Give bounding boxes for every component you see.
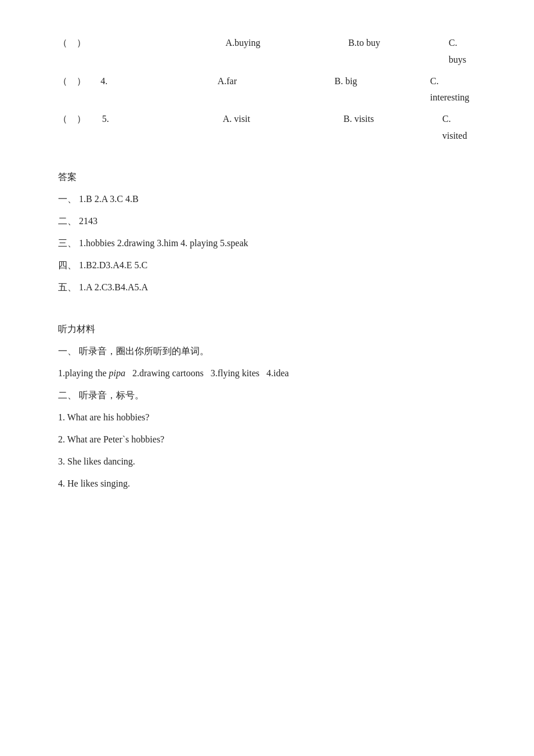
listening-q4-number: 4. [58, 478, 65, 488]
answer-row-2: 二、 2143 [58, 212, 476, 231]
listening-item-1: 一、 听录音，圈出你所听到的单词。 [58, 342, 476, 361]
paren-3: （ ） [58, 35, 103, 52]
q4-option-a-label: A.far [218, 73, 334, 90]
q4-option-b-text: B. big [334, 73, 430, 90]
answer-2-prefix: 二、 [58, 216, 77, 226]
listening-2-prefix: 二、 [58, 390, 77, 400]
listening-words-line: 1.playing the pipa 2.drawing cartoons 3.… [58, 364, 476, 383]
paren-5: （ ） [58, 111, 102, 128]
q5-option-b-text: B. visits [344, 111, 442, 128]
listening-1-prefix: 一、 [58, 346, 77, 356]
listening-q2-number: 2. [58, 434, 65, 444]
answers-section: 答案 一、 1.B 2.A 3.C 4.B 二、 2143 三、 1.hobbi… [58, 168, 476, 297]
answers-heading: 答案 [58, 168, 476, 186]
listening-q1-content: What are his hobbies? [67, 412, 150, 422]
listening-q2-content: What are Peter`s hobbies? [67, 434, 164, 444]
question-row-5: （ ） 5. A. visit B. visits C. visited [58, 111, 476, 145]
answer-4-prefix: 四、 [58, 260, 77, 270]
listening-section: 听力材料 一、 听录音，圈出你所听到的单词。 1.playing the pip… [58, 320, 476, 493]
listening-item-2: 二、 听录音，标号。 [58, 386, 476, 405]
answer-1-content: 1.B 2.A 3.C 4.B [79, 194, 139, 204]
listening-q4-content: He likes singing. [67, 478, 130, 488]
answer-row-1: 一、 1.B 2.A 3.C 4.B [58, 190, 476, 208]
question-row-4: （ ） 4. A.far B. big C. interesting [58, 73, 476, 107]
q5-option-a-label: A. visit [223, 111, 344, 128]
answer-row-5: 五、 1.A 2.C3.B4.A5.A [58, 278, 476, 297]
q5-option-c-text: C. visited [442, 111, 476, 145]
answer-1-prefix: 一、 [58, 194, 77, 204]
answer-row-3: 三、 1.hobbies 2.drawing 3.him 4. playing … [58, 234, 476, 253]
listening-q3-number: 3. [58, 456, 65, 466]
listening-item-q3: 3. She likes dancing. [58, 452, 476, 471]
questions-section: （ ） A.buying B.to buy C. buys （ ） 4. A.f… [58, 35, 476, 145]
q3-option-a-text: A.buying [225, 35, 348, 52]
listening-q1-number: 1. [58, 412, 65, 422]
answer-5-prefix: 五、 [58, 282, 77, 292]
answer-2-content: 2143 [79, 216, 98, 226]
answer-5-content: 1.A 2.C3.B4.A5.A [79, 282, 148, 292]
listening-words-part2: 2.drawing cartoons 3.flying kites 4.idea [125, 368, 289, 378]
listening-words-pipa: pipa [109, 368, 125, 378]
listening-item-q4: 4. He likes singing. [58, 474, 476, 493]
listening-1-content: 听录音，圈出你所听到的单词。 [79, 346, 209, 356]
answer-3-prefix: 三、 [58, 238, 77, 248]
q3-option-b-text: B.to buy [348, 35, 449, 52]
answer-3-content: 1.hobbies 2.drawing 3.him 4. playing 5.s… [79, 238, 248, 248]
q3-option-c-text: C. buys [449, 35, 476, 69]
listening-q3-content: She likes dancing. [67, 456, 135, 466]
q4-option-c-text: C. interesting [430, 73, 476, 107]
question-row-3: （ ） A.buying B.to buy C. buys [58, 35, 476, 69]
listening-words-part1: 1.playing the [58, 368, 109, 378]
paren-4: （ ） [58, 73, 100, 90]
q4-option-a-text: 4. [100, 73, 217, 90]
answer-4-content: 1.B2.D3.A4.E 5.C [79, 260, 147, 270]
listening-item-q2: 2. What are Peter`s hobbies? [58, 430, 476, 449]
q5-option-a-text: 5. [102, 111, 223, 128]
listening-2-content: 听录音，标号。 [79, 390, 144, 400]
listening-item-q1: 1. What are his hobbies? [58, 408, 476, 427]
answer-row-4: 四、 1.B2.D3.A4.E 5.C [58, 256, 476, 275]
listening-heading: 听力材料 [58, 320, 476, 339]
